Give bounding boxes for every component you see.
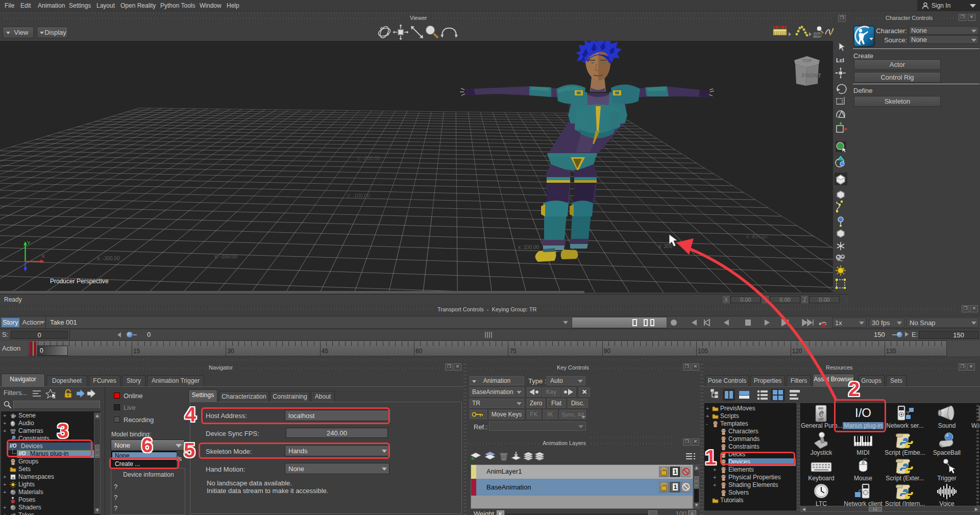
svg-text:FRONT: FRONT xyxy=(802,72,821,79)
svg-text:Lcl: Lcl xyxy=(836,57,844,63)
svg-text:TOP: TOP xyxy=(802,58,812,63)
svg-text:a: a xyxy=(12,475,14,480)
svg-text:1: 1 xyxy=(674,484,677,490)
svg-text:1: 1 xyxy=(674,469,677,475)
svg-text:on: on xyxy=(818,406,823,410)
svg-text:2D: 2D xyxy=(813,31,822,39)
svg-text:Y: Y xyxy=(27,240,31,246)
svg-text:X: X xyxy=(41,253,45,259)
svg-text:off: off xyxy=(818,417,824,422)
